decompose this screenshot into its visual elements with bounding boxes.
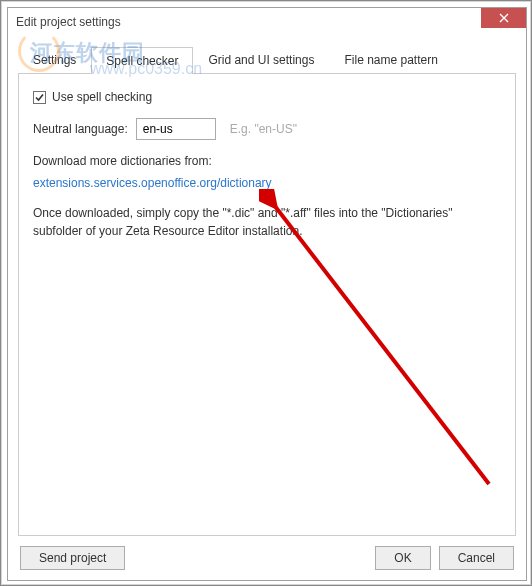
close-button[interactable]	[481, 8, 526, 28]
tab-content: Use spell checking Neutral language: E.g…	[18, 74, 516, 536]
footer: Send project OK Cancel	[8, 536, 526, 580]
tab-spell-checker[interactable]: Spell checker	[91, 47, 193, 74]
dialog: Edit project settings 河东软件园 www.pc0359.c…	[7, 7, 527, 581]
ok-button[interactable]: OK	[375, 546, 430, 570]
instructions-text: Once downloaded, simply copy the "*.dic"…	[33, 204, 501, 240]
tab-file-name-pattern[interactable]: File name pattern	[329, 46, 452, 73]
close-icon	[499, 13, 509, 23]
use-spell-label: Use spell checking	[52, 90, 152, 104]
titlebar: Edit project settings	[8, 8, 526, 36]
tab-grid-ui[interactable]: Grid and UI settings	[193, 46, 329, 73]
window-title: Edit project settings	[16, 15, 121, 29]
neutral-language-hint: E.g. "en-US"	[230, 122, 297, 136]
download-link[interactable]: extensions.services.openoffice.org/dicti…	[33, 176, 501, 190]
neutral-language-label: Neutral language:	[33, 122, 128, 136]
check-icon	[34, 92, 45, 103]
send-project-button[interactable]: Send project	[20, 546, 125, 570]
cancel-button[interactable]: Cancel	[439, 546, 514, 570]
use-spell-checkbox[interactable]	[33, 91, 46, 104]
svg-line-0	[271, 201, 489, 484]
tabs: Settings Spell checker Grid and UI setti…	[18, 46, 516, 74]
tab-settings[interactable]: Settings	[18, 46, 91, 73]
neutral-language-input[interactable]	[136, 118, 216, 140]
annotation-arrow	[259, 189, 519, 529]
download-label: Download more dictionaries from:	[33, 154, 501, 168]
